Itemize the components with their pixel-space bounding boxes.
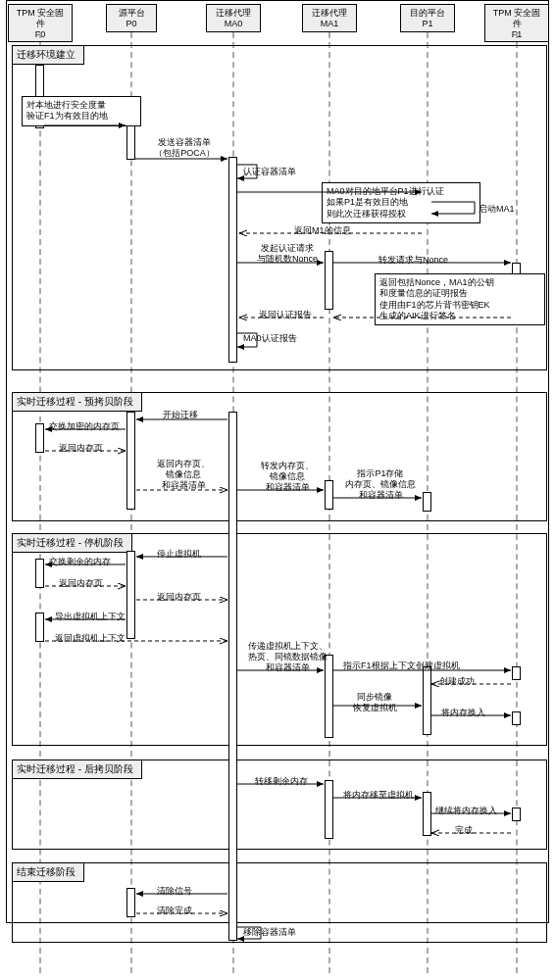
- msg: 认证容器清单: [243, 167, 296, 177]
- activation: [325, 251, 333, 310]
- activation: [325, 480, 333, 510]
- msg: MA0认证报告: [243, 333, 297, 344]
- msg: 将内存移至虚拟机: [343, 790, 414, 801]
- msg: 继续将内存换入: [435, 806, 497, 816]
- msg: 指示F1根据上下文创建虚拟机: [343, 661, 460, 671]
- activation: [228, 157, 237, 363]
- msg: 返回认证报告: [259, 310, 312, 320]
- msg: 导出虚拟机上下文: [55, 612, 126, 622]
- msg: 完成: [455, 825, 473, 836]
- activation: [512, 808, 521, 821]
- activation: [228, 412, 237, 941]
- msg: 转发内存页、镜像信息和容器清单: [253, 461, 322, 492]
- activation: [126, 125, 135, 160]
- note: 返回包括Nonce，MA1的公钥和度量信息的证明报告使用由F1的芯片背书密钥EK…: [375, 273, 545, 325]
- msg: 返回内存页、镜像信息和容器清单: [149, 459, 218, 490]
- group-label: 结束迁移阶段: [12, 862, 84, 882]
- msg: 返回虚拟机上下文: [55, 633, 126, 644]
- note: 对本地进行安全度量验证F1为有效目的地: [22, 96, 141, 126]
- activation: [423, 792, 431, 836]
- activation: [126, 551, 135, 639]
- msg: 同步镜像恢复虚拟机: [345, 692, 404, 713]
- activation: [35, 612, 44, 642]
- msg: 创建成功: [439, 676, 475, 687]
- activation: [35, 559, 44, 588]
- group-precopy: 实时迁移过程 - 预拷贝阶段: [12, 392, 547, 521]
- group-postcopy: 实时迁移过程 - 后拷贝阶段: [12, 760, 547, 850]
- activation: [512, 666, 521, 680]
- activation: [423, 666, 431, 735]
- group-label: 实时迁移过程 - 预拷贝阶段: [12, 392, 142, 412]
- msg: 启动MA1: [479, 204, 515, 215]
- msg: 发起认证请求与随机数Nonce: [253, 243, 322, 265]
- msg: 开始迁移: [163, 410, 198, 420]
- group-label: 实时迁移过程 - 停机阶段: [12, 533, 132, 553]
- msg: 交换剩余的内存: [49, 557, 111, 567]
- msg: 返回内存页: [59, 578, 103, 589]
- activation: [126, 412, 135, 510]
- msg: 清除信号: [157, 886, 192, 897]
- note-text: 返回包括Nonce，MA1的公钥和度量信息的证明报告使用由F1的芯片背书密钥EK…: [379, 277, 494, 320]
- msg: 停止虚拟机: [157, 549, 201, 560]
- msg: 移除容器清单: [243, 927, 296, 938]
- msg: 清除完成: [157, 906, 192, 916]
- activation: [512, 711, 521, 725]
- activation: [35, 423, 44, 453]
- msg: 转移剩余内存: [255, 776, 308, 787]
- activation: [325, 780, 333, 839]
- note: MA0对目的地平台P1进行认证如果P1是有效目的地则此次迁移获得授权: [322, 182, 480, 223]
- activation: [423, 492, 431, 512]
- msg: 交换加密的内存页: [49, 421, 120, 432]
- group-label: 迁移环境建立: [12, 45, 84, 65]
- note-text: MA0对目的地平台P1进行认证如果P1是有效目的地则此次迁移获得授权: [327, 186, 444, 219]
- msg: 发送容器清单（包括POCA）: [145, 137, 224, 159]
- msg: 返回内存页: [157, 592, 201, 603]
- msg: 返回内存页: [59, 443, 103, 454]
- group-label: 实时迁移过程 - 后拷贝阶段: [12, 760, 142, 779]
- msg: 将内存换入: [441, 708, 485, 718]
- activation: [126, 888, 135, 917]
- msg: 传递虚拟机上下文、热页、同镜数据镜像和容器清单: [243, 641, 331, 672]
- msg: 转发请求与Nonce: [378, 255, 448, 266]
- note-text: 对本地进行安全度量验证F1为有效目的地: [26, 100, 108, 121]
- msg: 返回M1的信息: [294, 225, 351, 236]
- msg: 指示P1存储内存页、镜像信息和容器清单: [341, 468, 420, 500]
